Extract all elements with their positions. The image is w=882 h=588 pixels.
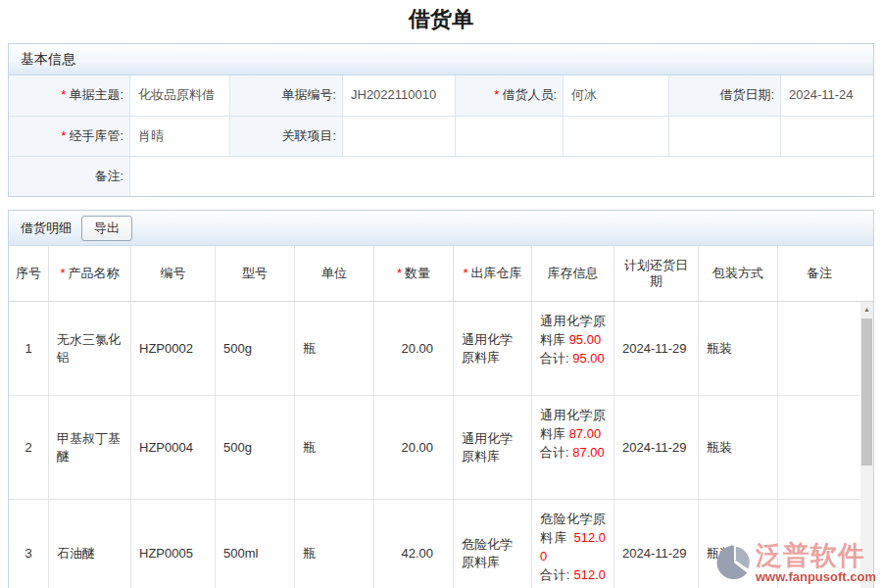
- cell-warehouse: 危险化学原料库: [453, 500, 531, 588]
- required-marker: *: [61, 128, 66, 143]
- cell-unit: 瓶: [294, 396, 373, 499]
- col-return-date: 计划还货日期: [613, 246, 698, 301]
- col-product: *产品名称: [48, 246, 130, 301]
- cell-stock-info: 通用化学原料库 87.00 合计: 87.00: [531, 396, 613, 499]
- col-model: 型号: [215, 246, 294, 301]
- cell-product: 无水三氯化铝: [48, 302, 130, 395]
- cell-model: 500g: [215, 302, 294, 395]
- detail-table-header: 序号 *产品名称 编号 型号 单位 *数量 *出库仓库 库存信息 计划还货日期 …: [9, 246, 873, 302]
- cell-product: 石油醚: [48, 500, 130, 588]
- col-code: 编号: [130, 246, 215, 301]
- cell-return-date: 2024-11-29: [613, 396, 698, 499]
- cell-return-date: 2024-11-29: [613, 302, 698, 395]
- table-row: 3 石油醚 HZP0005 500ml 瓶 42.00 危险化学原料库 危险化学…: [9, 500, 860, 588]
- basic-info-header: 基本信息: [9, 44, 873, 75]
- remark-label: 备注:: [9, 156, 129, 196]
- detail-tabbar: 借货明细 导出: [9, 211, 873, 246]
- empty-cell: [563, 116, 668, 156]
- project-label: 关联项目:: [229, 116, 342, 156]
- col-qty: *数量: [373, 246, 453, 301]
- cell-code: HZP0002: [130, 302, 215, 395]
- borrower-value: 何冰: [563, 75, 668, 116]
- cell-seq: 1: [9, 302, 48, 395]
- tab-borrow-detail[interactable]: 借货明细: [21, 220, 72, 237]
- scrollbar-thumb[interactable]: [861, 318, 872, 466]
- cell-seq: 2: [9, 396, 48, 499]
- export-button[interactable]: 导出: [81, 216, 132, 241]
- remark-value: [129, 156, 873, 196]
- cell-remark: [777, 500, 860, 588]
- table-row: 1 无水三氯化铝 HZP0002 500g 瓶 20.00 通用化学原料库 通用…: [9, 302, 860, 396]
- keeper-label: *经手库管:: [9, 116, 129, 156]
- cell-code: HZP0004: [130, 396, 215, 499]
- cell-warehouse: 通用化学原料库: [453, 302, 531, 395]
- cell-qty: 20.00: [373, 302, 453, 395]
- subject-label: *单据主题:: [9, 75, 129, 116]
- stock-total: 95.00: [572, 351, 605, 366]
- basic-info-panel: 基本信息 *单据主题: 化妆品原料借 单据编号: JH2022110010 *借…: [8, 43, 874, 197]
- cell-stock-info: 通用化学原料库 95.00 合计: 95.00: [531, 302, 613, 395]
- cell-code: HZP0005: [130, 500, 215, 588]
- cell-package: 瓶装: [698, 302, 777, 395]
- col-seq: 序号: [9, 246, 48, 301]
- required-marker: *: [397, 266, 402, 281]
- scrollbar-up-arrow-icon[interactable]: ▲: [860, 302, 873, 317]
- detail-table-body: 1 无水三氯化铝 HZP0002 500g 瓶 20.00 通用化学原料库 通用…: [9, 302, 873, 588]
- required-marker: *: [60, 266, 65, 281]
- required-marker: *: [463, 266, 467, 281]
- cell-qty: 42.00: [373, 500, 453, 588]
- cell-warehouse: 通用化学原料库: [453, 396, 531, 499]
- cell-unit: 瓶: [294, 302, 373, 395]
- cell-remark: [777, 302, 860, 395]
- cell-product: 甲基叔丁基醚: [48, 396, 130, 499]
- col-remark: 备注: [777, 246, 860, 301]
- borrow-detail-panel: 借货明细 导出 序号 *产品名称 编号 型号 单位 *数量 *出库仓库 库存信息…: [8, 210, 874, 588]
- required-marker: *: [61, 87, 66, 102]
- cell-return-date: 2024-11-29: [613, 500, 698, 588]
- col-package: 包装方式: [698, 246, 777, 301]
- required-marker: *: [494, 87, 499, 102]
- borrow-date-value: 2024-11-24: [780, 75, 873, 116]
- col-stock: 库存信息: [531, 246, 613, 301]
- table-scrollbar[interactable]: ▲: [860, 302, 873, 588]
- stock-qty: 87.00: [569, 426, 602, 441]
- borrower-label: *借货人员:: [455, 75, 563, 116]
- number-label: 单据编号:: [229, 75, 342, 116]
- cell-seq: 3: [9, 500, 48, 588]
- cell-model: 500g: [215, 396, 294, 499]
- empty-cell: [455, 116, 563, 156]
- cell-remark: [777, 396, 860, 499]
- cell-model: 500ml: [215, 500, 294, 588]
- cell-unit: 瓶: [294, 500, 373, 588]
- col-unit: 单位: [294, 246, 373, 301]
- project-value: [342, 116, 455, 156]
- empty-cell: [668, 116, 780, 156]
- page-title: 借货单: [0, 0, 882, 43]
- empty-cell: [780, 116, 873, 156]
- stock-total: 87.00: [572, 445, 605, 460]
- cell-package: 瓶装: [698, 396, 777, 499]
- basic-info-form: *单据主题: 化妆品原料借 单据编号: JH2022110010 *借货人员: …: [9, 75, 873, 196]
- stock-qty: 95.00: [569, 332, 602, 347]
- table-row: 2 甲基叔丁基醚 HZP0004 500g 瓶 20.00 通用化学原料库 通用…: [9, 396, 860, 500]
- borrow-date-label: 借货日期:: [668, 75, 780, 116]
- col-warehouse: *出库仓库: [453, 246, 531, 301]
- number-value: JH2022110010: [342, 75, 455, 116]
- cell-qty: 20.00: [373, 396, 453, 499]
- cell-package: 瓶装: [698, 500, 777, 588]
- cell-stock-info: 危险化学原料库 512.00 合计: 512.00: [531, 500, 613, 588]
- subject-value: 化妆品原料借: [129, 75, 229, 116]
- keeper-value: 肖晴: [129, 116, 229, 156]
